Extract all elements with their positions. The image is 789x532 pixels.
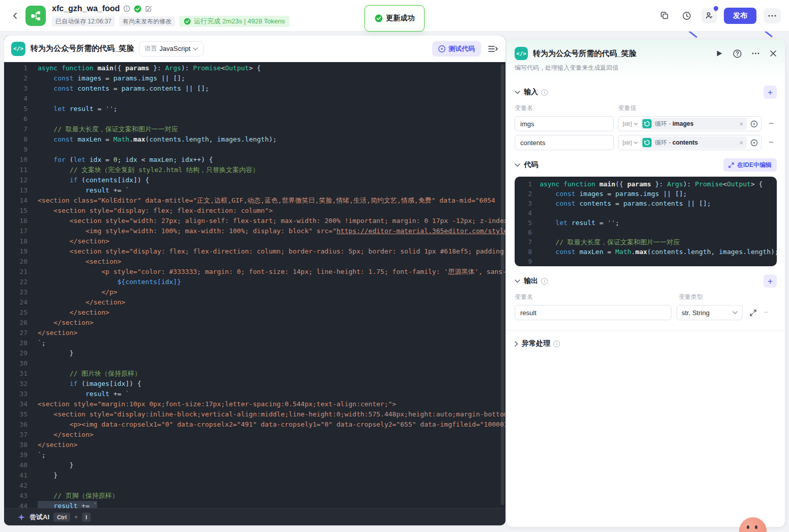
info-icon[interactable] [123, 5, 130, 12]
editor-header: </> 转为为公众号所需的代码_笑脸 语言 JavaScript 测试代码 [4, 36, 505, 62]
chevron-down-icon [634, 142, 638, 144]
mascot-eye [755, 525, 757, 529]
loop-node-icon [642, 138, 652, 147]
chevron-down-icon [193, 47, 198, 50]
clear-value-icon[interactable]: × [739, 121, 743, 127]
history-icon[interactable] [679, 8, 694, 23]
close-panel-icon[interactable] [770, 50, 777, 57]
remove-output-button[interactable]: − [760, 307, 772, 318]
run-status-badge[interactable]: 运行完成 2m23s | 4928 Tokens [179, 16, 290, 27]
top-bar: xfc_gzh_wa_food 已自动保存 12:06:37 有尚未发布的修改 … [0, 0, 789, 32]
loop-node-icon [642, 119, 652, 128]
exception-section-label: 异常处理 [522, 339, 550, 348]
code-section-label: 代码 [524, 160, 538, 170]
value-type-dropdown[interactable]: [str] [623, 121, 641, 127]
value-type-dropdown[interactable]: [str] [623, 139, 641, 146]
output-section-header: 输出 i + [515, 274, 777, 288]
i-key-badge: I [82, 513, 91, 522]
clear-value-icon[interactable]: × [739, 139, 743, 146]
edit-title-icon[interactable] [145, 5, 152, 12]
code-editor[interactable]: 1async function main({ params }: Args): … [4, 62, 505, 508]
code-node-icon: </> [11, 42, 25, 56]
sparkle-ai-icon [17, 513, 25, 521]
language-selector[interactable]: 语言 JavaScript [139, 41, 204, 57]
verified-check-icon [134, 5, 142, 13]
panel-more-icon[interactable] [752, 52, 759, 54]
update-success-toast: 更新成功 [364, 5, 425, 32]
notification-pin-icon [714, 6, 718, 11]
chevron-down-icon [634, 123, 638, 125]
code-node-icon: </> [515, 47, 528, 60]
info-icon: i [541, 89, 548, 96]
variable-value-field[interactable]: [str] 循环 - contents × [618, 135, 762, 150]
info-icon: i [541, 278, 548, 285]
output-name-input[interactable] [515, 305, 671, 320]
variable-name-input[interactable] [515, 116, 614, 131]
code-editor-card: </> 转为为公众号所需的代码_笑脸 语言 JavaScript 测试代码 1a… [4, 36, 505, 525]
try-ai-label: 尝试AI [30, 513, 49, 522]
input-section-header: 输入 i + [515, 86, 777, 99]
chevron-down-icon[interactable] [515, 163, 520, 167]
collapse-menu-icon[interactable] [488, 45, 498, 52]
mascot-eye [747, 525, 749, 529]
input-column-headers: 变量名 变量值 [515, 104, 777, 113]
input-section-label: 输入 [524, 88, 538, 97]
panel-header: </> 转为为公众号所需的代码_笑脸 编写代码，处理输入变量来生成返回值 [506, 40, 785, 77]
code-preview-editor[interactable]: 1async function main({ params }: Args): … [515, 177, 777, 266]
autosave-badge: 已自动保存 12:06:37 [52, 16, 115, 26]
input-row-imgs: [str] 循环 - images × − [515, 116, 777, 131]
run-node-icon[interactable] [716, 50, 723, 57]
node-config-panel: </> 转为为公众号所需的代码_笑脸 编写代码，处理输入变量来生成返回值 输入 … [506, 40, 785, 527]
expand-arrows-icon [728, 162, 734, 168]
variable-name-input[interactable] [515, 135, 614, 150]
chevron-right-icon[interactable] [515, 341, 518, 347]
ctrl-key-badge: Ctrl [53, 513, 70, 522]
section-divider [506, 330, 785, 331]
plus-separator: + [74, 514, 78, 521]
try-ai-bar[interactable]: 尝试AI Ctrl + I [4, 508, 505, 525]
play-circle-icon [438, 45, 445, 52]
duplicate-icon[interactable] [657, 8, 672, 23]
code-section-header: 代码 在IDE中编辑 [515, 158, 777, 172]
locate-node-icon[interactable] [750, 139, 758, 147]
more-options-button[interactable] [764, 8, 781, 23]
add-input-button[interactable]: + [764, 86, 777, 99]
variable-value-field[interactable]: [str] 循环 - images × [618, 116, 762, 131]
back-button[interactable] [9, 10, 21, 22]
output-column-headers: 变量名 变量类型 [515, 293, 777, 301]
collaboration-icon[interactable] [701, 8, 717, 23]
workflow-title: xfc_gzh_wa_food [52, 4, 120, 13]
panel-subtitle: 编写代码，处理输入变量来生成返回值 [515, 64, 777, 72]
locate-node-icon[interactable] [750, 120, 758, 128]
editor-scrollbar[interactable] [501, 64, 504, 505]
loop-reference-chip: 循环 - contents × [641, 136, 747, 149]
workflow-app-icon [25, 6, 46, 26]
remove-input-button[interactable]: − [766, 119, 777, 129]
output-type-select[interactable]: str. String [677, 305, 743, 320]
panel-title: 转为为公众号所需的代码_笑脸 [533, 49, 716, 59]
chevron-down-icon[interactable] [515, 91, 520, 94]
unpublished-changes-badge: 有尚未发布的修改 [119, 16, 175, 26]
add-output-button[interactable]: + [764, 274, 777, 288]
loop-reference-chip: 循环 - images × [641, 118, 747, 130]
test-code-button[interactable]: 测试代码 [432, 41, 481, 57]
info-icon: i [553, 341, 560, 347]
chevron-down-icon[interactable] [515, 279, 520, 283]
help-icon[interactable] [733, 49, 742, 58]
chevron-down-icon [732, 311, 738, 314]
output-row-result: str. String − [515, 305, 777, 320]
edit-in-ide-button[interactable]: 在IDE中编辑 [723, 158, 777, 172]
exception-section-header: 异常处理 i [515, 339, 777, 357]
remove-input-button[interactable]: − [766, 137, 777, 148]
run-check-icon [184, 18, 191, 25]
publish-button[interactable]: 发布 [724, 8, 756, 24]
toast-check-icon [375, 14, 383, 22]
editor-title: 转为为公众号所需的代码_笑脸 [31, 44, 134, 53]
output-section-label: 输出 [524, 276, 538, 286]
input-row-contents: [str] 循环 - contents × − [515, 135, 777, 150]
expand-output-icon[interactable] [750, 310, 756, 316]
